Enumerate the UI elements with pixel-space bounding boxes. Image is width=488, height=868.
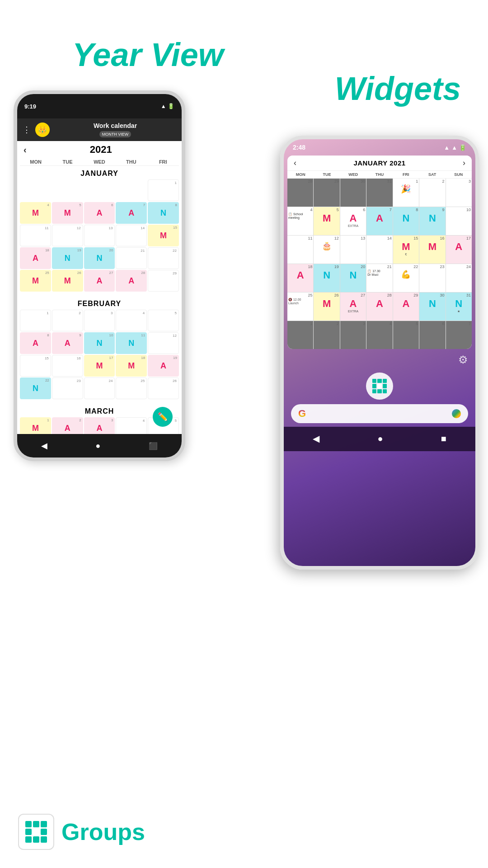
phone1-back-icon[interactable]: ‹	[23, 145, 27, 155]
table-row[interactable]	[84, 179, 115, 201]
table-row[interactable]: 27AEXTRA	[340, 292, 366, 321]
table-row[interactable]: 3	[446, 179, 472, 207]
table-row[interactable]: 25🔇 12.00Launch	[287, 292, 313, 321]
table-row[interactable]: 28	[287, 179, 313, 207]
table-row[interactable]: 1	[148, 179, 179, 201]
table-row[interactable]: 2	[52, 310, 83, 331]
table-row[interactable]: 26M	[52, 270, 83, 292]
table-row[interactable]: 6AEXTRA	[340, 207, 366, 235]
table-row[interactable]: 15M€	[393, 236, 419, 264]
table-row[interactable]: 9A	[52, 332, 83, 354]
table-row[interactable]: 20N	[340, 264, 366, 292]
table-row[interactable]: 18A	[20, 247, 51, 269]
table-row[interactable]: 15	[20, 355, 51, 377]
table-row[interactable]: 18M	[116, 355, 147, 377]
table-row[interactable]: 10N	[84, 332, 115, 354]
table-row[interactable]	[52, 179, 83, 201]
table-row[interactable]: 4	[116, 310, 147, 331]
table-row[interactable]: 31N★	[446, 292, 472, 321]
table-row[interactable]: 4📋 Schoolmeeting	[287, 207, 313, 235]
table-row[interactable]: 1	[287, 321, 313, 349]
phone2-nav-square[interactable]: ■	[434, 432, 454, 446]
phone1-nav-square[interactable]: ⬛	[149, 442, 158, 450]
table-row[interactable]: 30	[340, 179, 366, 207]
table-row[interactable]: 6A	[84, 202, 115, 224]
table-row[interactable]	[116, 179, 147, 201]
table-row[interactable]: 22	[148, 247, 179, 269]
table-row[interactable]: 20N	[84, 247, 115, 269]
groups-app-icon[interactable]	[366, 373, 393, 400]
table-row[interactable]: 22N	[20, 377, 51, 399]
table-row[interactable]: 28A	[116, 270, 147, 292]
settings-icon[interactable]: ⚙	[458, 354, 468, 366]
table-row[interactable]: 8N	[148, 202, 179, 224]
widget-next-btn[interactable]: ›	[460, 158, 468, 168]
phone1-fab[interactable]: ✏️	[153, 407, 173, 427]
table-row[interactable]: 25M	[20, 270, 51, 292]
table-row[interactable]: 5	[393, 321, 419, 349]
table-row[interactable]: 1	[20, 310, 51, 331]
table-row[interactable]: 29	[148, 270, 179, 292]
table-row[interactable]: 23	[52, 377, 83, 399]
table-row[interactable]: 23	[419, 264, 445, 292]
table-row[interactable]	[20, 179, 51, 201]
table-row[interactable]: 3	[340, 321, 366, 349]
table-row[interactable]: 9N	[419, 207, 445, 235]
table-row[interactable]: 10	[446, 207, 472, 235]
table-row[interactable]: 27A	[84, 270, 115, 292]
table-row[interactable]: 31	[366, 179, 392, 207]
table-row[interactable]: 11N	[116, 332, 147, 354]
phone2-nav-home[interactable]: ●	[370, 432, 390, 446]
table-row[interactable]: 5M	[52, 202, 83, 224]
table-row[interactable]: 2	[314, 321, 339, 349]
table-row[interactable]: 14	[116, 225, 147, 246]
table-row[interactable]: 17A	[446, 236, 472, 264]
table-row[interactable]: 24	[84, 377, 115, 399]
table-row[interactable]: 12	[148, 332, 179, 354]
table-row[interactable]: 8N	[393, 207, 419, 235]
table-row[interactable]: 7A	[116, 202, 147, 224]
table-row[interactable]: 11	[287, 236, 313, 264]
phone1-nav-back[interactable]: ◀	[41, 441, 47, 451]
table-row[interactable]: 4	[366, 321, 392, 349]
phone1-nav-home[interactable]: ●	[96, 441, 101, 451]
table-row[interactable]: 18A	[287, 264, 313, 292]
widget-prev-btn[interactable]: ‹	[291, 158, 299, 168]
table-row[interactable]: 19A	[148, 355, 179, 377]
table-row[interactable]: 2	[419, 179, 445, 207]
table-row[interactable]: 19N	[52, 247, 83, 269]
table-row[interactable]: 3	[84, 310, 115, 331]
phone2-search-bar[interactable]: G	[291, 404, 468, 423]
table-row[interactable]: 16M	[419, 236, 445, 264]
table-row[interactable]: 7A	[366, 207, 392, 235]
table-row[interactable]: 4M	[20, 202, 51, 224]
table-row[interactable]: 21	[116, 247, 147, 269]
table-row[interactable]: 8A	[20, 332, 51, 354]
table-row[interactable]: 12🎂	[314, 236, 339, 264]
table-row[interactable]: 14	[366, 236, 392, 264]
table-row[interactable]: 19N	[314, 264, 339, 292]
table-row[interactable]: 28A	[366, 292, 392, 321]
table-row[interactable]: 12	[52, 225, 83, 246]
phone2-nav-back[interactable]: ◀	[305, 431, 327, 446]
table-row[interactable]: 29A	[393, 292, 419, 321]
table-row[interactable]: 21📋 17.30Dr Muci	[366, 264, 392, 292]
table-row[interactable]: 24	[446, 264, 472, 292]
table-row[interactable]: 26	[148, 377, 179, 399]
table-row[interactable]: 13	[84, 225, 115, 246]
table-row[interactable]: 13	[340, 236, 366, 264]
table-row[interactable]: 17M	[84, 355, 115, 377]
table-row[interactable]: 5	[148, 310, 179, 331]
table-row[interactable]: 1🎉	[393, 179, 419, 207]
table-row[interactable]: 5M	[314, 207, 339, 235]
table-row[interactable]: 29	[314, 179, 339, 207]
table-row[interactable]: 16	[52, 355, 83, 377]
table-row[interactable]: 15M	[148, 225, 179, 246]
table-row[interactable]: 22💪	[393, 264, 419, 292]
table-row[interactable]: 26M	[314, 292, 339, 321]
table-row[interactable]: 7	[446, 321, 472, 349]
table-row[interactable]: 11	[20, 225, 51, 246]
table-row[interactable]: 30N	[419, 292, 445, 321]
table-row[interactable]: 25	[116, 377, 147, 399]
table-row[interactable]: 6	[419, 321, 445, 349]
